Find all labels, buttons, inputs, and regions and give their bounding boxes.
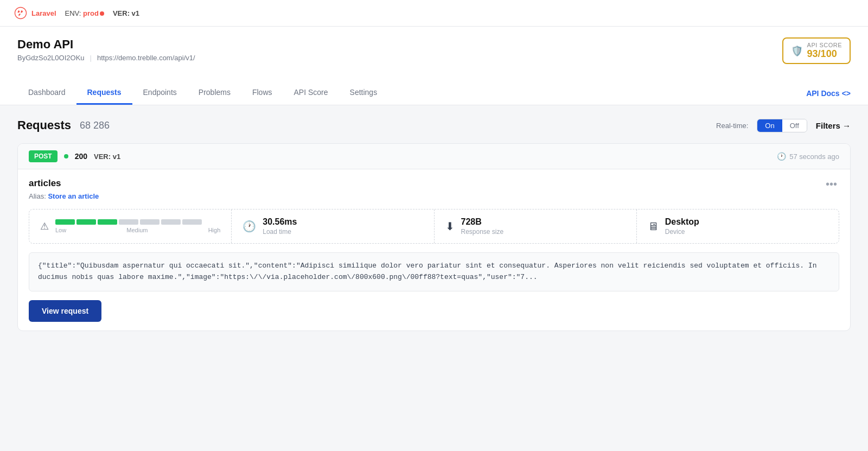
api-docs-label: API Docs [806,89,839,98]
load-time-label: Load time [263,228,297,236]
api-url: https://demo.treblle.com/api/v1/ [97,54,195,62]
code-icon: <> [842,89,851,98]
speed-indicator: Low Medium High [55,219,220,233]
api-docs-link[interactable]: API Docs <> [806,82,851,104]
alias-row: Alias: Store an article [29,192,99,200]
toggle-off-button[interactable]: Off [782,119,807,132]
speed-label-medium: Medium [126,227,148,233]
badge-content: API SCORE 93/100 [807,42,842,60]
speed-seg-6 [161,219,181,225]
api-score-label: API SCORE [807,42,842,48]
alias-link[interactable]: Store an article [48,192,99,200]
timestamp: 57 seconds ago [789,153,839,161]
metric-response-size: ⬇ 728B Response size [435,209,637,243]
response-size-value: 728B [461,217,504,227]
speed-label-high: High [208,227,221,233]
speed-seg-3 [98,219,117,225]
alias-label: Alias: [29,192,46,200]
device-label: Device [665,228,699,236]
endpoint-name: articles [29,178,99,189]
more-options-button[interactable]: ••• [824,178,839,190]
speed-bar-track [55,219,220,225]
tab-dashboard[interactable]: Dashboard [17,81,76,105]
tab-settings[interactable]: Settings [339,81,388,105]
metric-speed: ⚠ Low Medium [29,209,232,243]
api-info: Demo API ByGdzSo2L0OI2OKu | https://demo… [17,37,195,62]
metric-response-size-text: 728B Response size [461,217,504,236]
tab-problems[interactable]: Problems [188,81,241,105]
ver-label: VER: v1 [94,153,120,161]
json-preview: {"title":"Quibusdam aspernatur qui occae… [29,252,839,291]
metric-device: 🖥 Desktop Device [637,209,839,243]
clock-icon: 🕐 [242,220,256,233]
requests-title: Requests [17,118,71,132]
speed-labels: Low Medium High [55,227,220,233]
request-card-body: articles Alias: Store an article ••• ⚠ [18,169,850,331]
requests-title-area: Requests 68 286 [17,118,110,132]
api-meta: ByGdzSo2L0OI2OKu | https://demo.treblle.… [17,54,195,62]
request-card-header: POST 200 VER: v1 🕐 57 seconds ago [18,144,850,169]
speed-seg-4 [119,219,138,225]
requests-controls: Real-time: On Off Filters → [716,119,851,132]
metric-load-time: 🕐 30.56ms Load time [232,209,434,243]
ver-info: VER: v1 [113,9,139,17]
topbar: Laravel ENV: prod VER: v1 [0,0,868,27]
view-request-button[interactable]: View request [29,300,101,322]
page-header: Demo API ByGdzSo2L0OI2OKu | https://demo… [0,27,868,105]
api-title: Demo API [17,37,195,52]
device-value: Desktop [665,217,699,227]
speed-label-low: Low [55,227,66,233]
speed-seg-1 [55,219,75,225]
request-card-header-left: POST 200 VER: v1 [29,150,120,162]
request-card: POST 200 VER: v1 🕐 57 seconds ago articl… [17,143,851,331]
nav-right: API Docs <> [806,81,851,105]
metric-load-time-text: 30.56ms Load time [263,217,297,236]
brand-logo: Laravel [13,5,56,21]
api-score-value: 93/100 [807,48,842,60]
speed-seg-7 [182,219,202,225]
tab-api-score[interactable]: API Score [283,81,339,105]
toggle-on-button[interactable]: On [757,119,782,132]
separator: | [90,54,92,62]
env-info: ENV: prod [65,9,104,17]
realtime-label: Real-time: [716,122,748,130]
brand-name: Laravel [31,9,56,17]
laravel-icon [13,5,28,21]
requests-header: Requests 68 286 Real-time: On Off Filter… [17,118,851,132]
tab-endpoints[interactable]: Endpoints [132,81,188,105]
tab-requests[interactable]: Requests [76,81,132,105]
status-code: 200 [75,152,87,161]
api-score-badge: 🛡️ API SCORE 93/100 [782,37,851,64]
metrics-row: ⚠ Low Medium [29,209,839,244]
nav-tabs: Dashboard Requests Endpoints Problems Fl… [17,81,851,105]
speed-seg-5 [140,219,159,225]
main-content: Requests 68 286 Real-time: On Off Filter… [0,105,868,353]
tab-flows[interactable]: Flows [241,81,283,105]
speed-seg-2 [76,219,96,225]
api-score-area: 🛡️ API SCORE 93/100 [782,37,851,68]
status-dot [64,154,68,158]
clock-icon: 🕐 [777,152,786,161]
response-size-label: Response size [461,228,504,236]
requests-count: 68 286 [80,120,110,131]
download-icon: ⬇ [445,220,455,233]
metric-device-text: Desktop Device [665,217,699,236]
load-time-value: 30.56ms [263,217,297,227]
method-badge: POST [29,150,58,162]
shield-icon: 🛡️ [791,45,803,57]
api-id: ByGdzSo2L0OI2OKu [17,54,85,62]
filters-button[interactable]: Filters → [816,121,851,130]
shield-icon: ⚠ [40,220,49,232]
realtime-toggle: On Off [757,119,807,132]
header-top: Demo API ByGdzSo2L0OI2OKu | https://demo… [17,37,851,77]
request-card-header-right: 🕐 57 seconds ago [777,152,839,161]
monitor-icon: 🖥 [648,220,659,233]
